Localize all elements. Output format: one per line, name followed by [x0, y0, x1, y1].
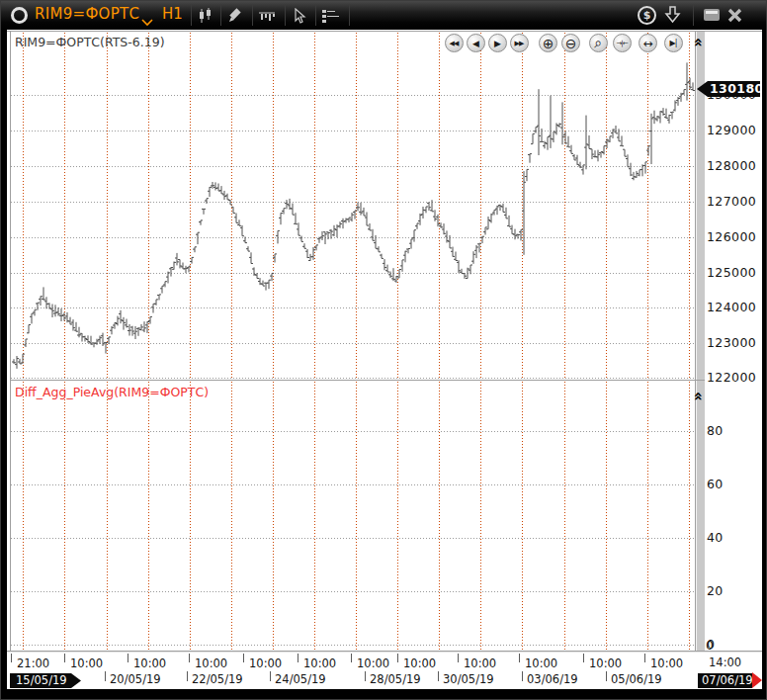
step-forward-icon: ▶ [494, 39, 500, 48]
last-bar-time-label: 14:00 [709, 656, 741, 669]
rewind-icon: ◀◀ [450, 40, 459, 47]
price-axis-label: 129000 [707, 123, 756, 137]
time-label: 10:00 [403, 656, 436, 670]
price-axis-label: 123000 [707, 335, 756, 350]
collapse-indicator-panel-icon[interactable]: » [690, 389, 706, 404]
indicator-axis-label: 40 [707, 530, 724, 545]
time-label: 10:00 [464, 656, 496, 670]
zoom-out-button[interactable]: ⊖ [561, 34, 580, 52]
date-label: 28/05/19 [370, 672, 421, 686]
step-back-icon: ◀ [472, 39, 478, 48]
time-label: 10:00 [133, 656, 166, 670]
compress-horizontal-icon: →|← [616, 40, 627, 47]
price-axis-label: 126000 [707, 229, 756, 244]
fast-forward-icon: ▶▶ [515, 40, 524, 47]
time-label: 10:00 [650, 656, 683, 670]
date-label: 03/06/19 [527, 672, 578, 686]
zoom-in-icon: ⊕ [543, 36, 554, 51]
date-label: 20/05/19 [110, 672, 161, 686]
main-chart-title: RIM9=ФОРТС(RTS-6.19) [15, 35, 165, 49]
time-label: 10:00 [195, 656, 227, 670]
price-axis-label: 122000 [707, 370, 756, 385]
price-axis-label: 127000 [707, 194, 756, 209]
price-axis-label: 128000 [707, 158, 756, 173]
rewind-button[interactable]: ◀◀ [445, 34, 464, 52]
collapse-main-panel-icon[interactable]: » [690, 35, 706, 50]
bar-width-button[interactable]: ↔ [639, 34, 657, 52]
indicator-axis-label: 80 [707, 423, 724, 438]
start-date-tag: 15/05/19 [10, 673, 81, 688]
indicator-axis-label: 60 [707, 477, 724, 491]
end-date-tag: 07/06/19 [698, 673, 752, 688]
indicator-zero-label: 0 [706, 638, 714, 653]
go-to-end-button[interactable]: ▶| [664, 34, 683, 52]
step-back-button[interactable]: ◀ [467, 34, 485, 52]
date-label: 30/05/19 [443, 672, 494, 686]
time-label: 10:00 [249, 656, 282, 670]
time-label: 21:00 [17, 656, 49, 670]
zoom-out-icon: ⊖ [565, 36, 576, 51]
time-label: 10:00 [525, 656, 557, 670]
time-label: 10:00 [70, 656, 103, 670]
price-axis-label: 124000 [707, 300, 756, 314]
fast-forward-button[interactable]: ▶▶ [510, 34, 529, 52]
zoom-box-icon: ⌕ [595, 35, 602, 51]
time-label: 10:00 [589, 656, 622, 670]
end-date-arrow-icon [752, 672, 762, 688]
date-label: 05/06/19 [611, 672, 662, 686]
chart-window: RIM9=ФОРТС H1 [0, 0, 767, 700]
go-to-end-icon: ▶| [670, 39, 677, 47]
step-forward-button[interactable]: ▶ [488, 34, 507, 52]
indicator-title: Diff_Agg_PieAvg(RIM9=ФОРТС) [15, 385, 209, 399]
zoom-in-button[interactable]: ⊕ [539, 34, 557, 52]
zoom-box-button[interactable]: ⌕ [589, 34, 608, 52]
price-axis-label: 125000 [707, 265, 756, 280]
date-label: 24/05/19 [275, 672, 326, 686]
date-label: 22/05/19 [192, 672, 243, 686]
time-label: 10:00 [357, 656, 389, 670]
indicator-axis-label: 20 [707, 583, 724, 598]
last-price-tag: 130180 [697, 81, 760, 97]
chart-canvas[interactable] [1, 1, 767, 700]
compress-horizontal-button[interactable]: →|← [613, 34, 632, 52]
time-label: 10:00 [303, 656, 336, 670]
bar-width-icon: ↔ [642, 37, 651, 50]
